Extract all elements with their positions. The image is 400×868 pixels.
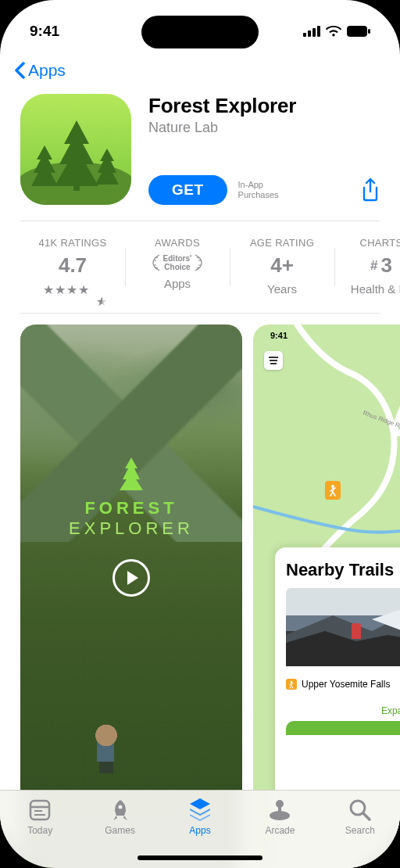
arcade-icon: [268, 798, 291, 822]
charts-cell[interactable]: CHARTS #3 Health & Fit: [334, 237, 400, 297]
screenshots-row[interactable]: FOREST EXPLORER Rhus Ridge Rd 9:41: [0, 314, 400, 868]
svg-rect-2: [312, 28, 316, 37]
today-icon: [28, 798, 52, 822]
editors-choice-icon: Editors'Choice: [150, 253, 205, 272]
app-title: Forest Explorer: [148, 94, 380, 118]
svg-rect-6: [73, 185, 80, 191]
hiker-pin-icon: [286, 679, 297, 690]
awards-cell[interactable]: AWARDS Editors'Choice Apps: [125, 237, 230, 297]
back-label: Apps: [28, 61, 66, 80]
tree-icon: [120, 457, 143, 492]
get-button[interactable]: GET: [148, 175, 227, 205]
back-button[interactable]: Apps: [0, 55, 400, 86]
hiker-pin-icon: [325, 481, 341, 500]
age-cell[interactable]: AGE RATING 4+ Years: [230, 237, 334, 297]
play-button[interactable]: [112, 559, 150, 597]
tab-today[interactable]: Today: [0, 797, 80, 868]
svg-point-20: [276, 800, 284, 808]
rating-stars: ★★★★★★: [43, 282, 102, 297]
tree-icon: [31, 145, 58, 189]
svg-rect-0: [303, 33, 306, 37]
cellular-icon: [303, 26, 320, 37]
svg-point-17: [118, 805, 122, 809]
home-indicator[interactable]: [138, 855, 262, 860]
tree-icon: [55, 120, 98, 191]
tree-icon: [95, 149, 119, 188]
screenshot-2[interactable]: Rhus Ridge Rd 9:41 Nearby Trails: [253, 325, 400, 868]
iap-label: In-App Purchases: [238, 180, 350, 200]
svg-line-22: [363, 813, 370, 820]
tab-search[interactable]: Search: [320, 797, 400, 868]
app-developer[interactable]: Nature Lab: [148, 120, 380, 136]
svg-rect-4: [347, 26, 367, 37]
wifi-icon: [326, 26, 341, 37]
trail-thumbnail: [286, 588, 400, 666]
expand-search-link: Expand Search: [286, 705, 400, 716]
search-icon: [348, 798, 372, 822]
svg-text:Rhus Ridge Rd: Rhus Ridge Rd: [362, 409, 400, 430]
app-icon[interactable]: [20, 94, 131, 205]
chevron-left-icon: [14, 62, 27, 79]
status-time: 9:41: [30, 23, 59, 40]
svg-rect-1: [308, 30, 311, 37]
screenshot-1[interactable]: FOREST EXPLORER: [20, 325, 242, 868]
svg-rect-3: [317, 26, 320, 37]
battery-icon: [347, 26, 370, 37]
rocket-icon: [109, 798, 132, 822]
info-strip[interactable]: 41K RATINGS 4.7 ★★★★★★ AWARDS Editors'Ch…: [0, 221, 400, 313]
hamburger-icon: [264, 351, 283, 370]
svg-rect-5: [368, 29, 370, 34]
share-icon[interactable]: [361, 178, 380, 202]
trail-name: Upper Yosemite Falls: [302, 679, 390, 690]
ratings-cell[interactable]: 41K RATINGS 4.7 ★★★★★★: [20, 237, 125, 297]
apps-icon: [188, 798, 212, 823]
